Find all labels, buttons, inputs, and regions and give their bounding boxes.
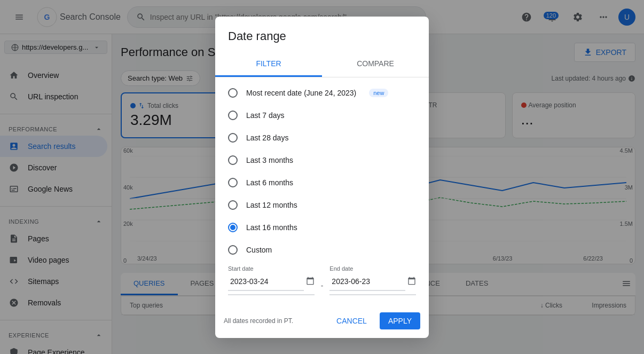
start-calendar-icon[interactable]	[306, 277, 315, 287]
radio-custom	[228, 245, 238, 255]
modal-body: Most recent date (June 24, 2023) new Las…	[215, 77, 429, 308]
modal-tab-filter[interactable]: FILTER	[215, 52, 322, 77]
option-last-16-months[interactable]: Last 16 months	[215, 216, 429, 239]
modal-footer: All dates recorded in PT. CANCEL APPLY	[215, 308, 429, 338]
radio-last-28-days	[228, 133, 238, 143]
start-date-input[interactable]	[228, 273, 304, 291]
modal-actions: CANCEL APPLY	[328, 312, 420, 329]
modal-tabs: FILTER COMPARE	[215, 52, 429, 77]
modal-overlay[interactable]: Date range FILTER COMPARE Most recent da…	[0, 0, 644, 354]
radio-last-6-months	[228, 178, 238, 187]
start-date-label: Start date	[228, 265, 315, 272]
cancel-button[interactable]: CANCEL	[328, 312, 375, 329]
end-date-wrap: End date	[329, 265, 416, 295]
footer-note: All dates recorded in PT.	[224, 317, 293, 325]
modal-tab-compare[interactable]: COMPARE	[322, 52, 429, 77]
option-last-6-months[interactable]: Last 6 months	[215, 171, 429, 194]
option-last-3-months[interactable]: Last 3 months	[215, 149, 429, 171]
radio-most-recent	[228, 88, 238, 98]
radio-last-12-months	[228, 200, 238, 210]
option-custom[interactable]: Custom	[215, 239, 429, 261]
date-range-modal: Date range FILTER COMPARE Most recent da…	[215, 17, 429, 338]
date-separator: -	[319, 281, 326, 290]
option-last-28-days[interactable]: Last 28 days	[215, 127, 429, 149]
start-date-wrap: Start date	[228, 265, 315, 295]
end-date-input[interactable]	[329, 273, 405, 291]
modal-title: Date range	[215, 17, 429, 52]
radio-last-16-months	[228, 223, 238, 232]
radio-last-3-months	[228, 155, 238, 165]
date-inputs: Start date - End date	[215, 261, 429, 304]
option-last-12-months[interactable]: Last 12 months	[215, 194, 429, 216]
apply-button[interactable]: APPLY	[380, 312, 420, 329]
end-date-label: End date	[329, 265, 416, 272]
option-last-7-days[interactable]: Last 7 days	[215, 104, 429, 127]
end-calendar-icon[interactable]	[407, 277, 416, 287]
option-most-recent[interactable]: Most recent date (June 24, 2023) new	[215, 82, 429, 104]
radio-last-7-days	[228, 111, 238, 120]
